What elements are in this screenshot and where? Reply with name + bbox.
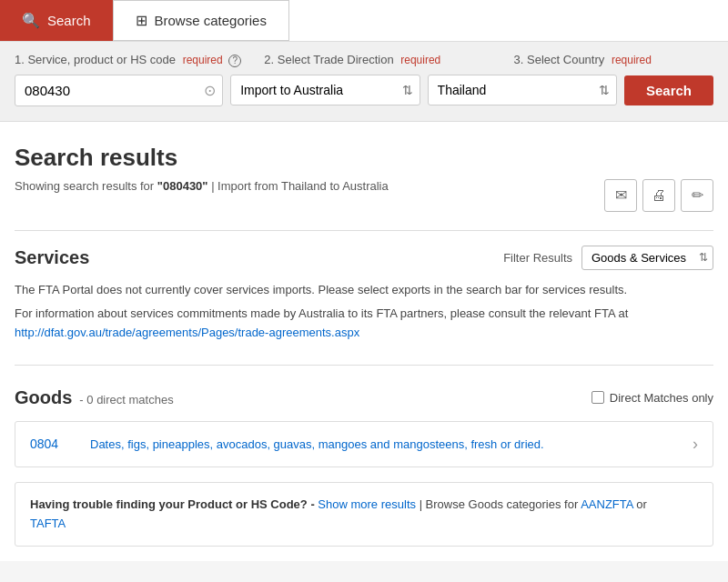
- browse-goods-text: | Browse Goods categories for: [420, 497, 579, 511]
- divider-1: [15, 230, 713, 231]
- services-link[interactable]: http://dfat.gov.au/trade/agreements/Page…: [15, 326, 359, 339]
- goods-chevron-icon: ›: [693, 435, 698, 454]
- filter-row: Filter Results Goods & Services Goods Se…: [503, 246, 713, 270]
- search-nav-label: Search: [47, 13, 91, 28]
- results-meta-rest: | Import from Thailand to Australia: [208, 179, 389, 193]
- filter-label: Filter Results: [503, 251, 572, 265]
- direct-matches-checkbox[interactable]: [592, 391, 604, 404]
- print-button[interactable]: 🖨: [642, 179, 675, 212]
- or-text: or: [636, 497, 647, 511]
- hs-code-input[interactable]: [15, 75, 223, 106]
- results-hs-code: "080430": [157, 179, 208, 193]
- goods-code: 0804: [30, 436, 76, 451]
- services-text-2-content: For information about services commitmen…: [15, 306, 628, 320]
- search-nav-button[interactable]: 🔍 Search: [0, 0, 113, 41]
- trade-direction-wrapper: Import to Australia Export from Australi…: [230, 75, 420, 105]
- country-select[interactable]: Thailand China Japan USA India: [428, 75, 617, 105]
- results-heading: Search results: [15, 144, 713, 172]
- filter-select[interactable]: Goods & Services Goods Services: [581, 246, 713, 270]
- required-tag-1: required: [183, 54, 223, 66]
- results-meta-row: Showing search results for "080430" | Im…: [15, 179, 713, 212]
- goods-row[interactable]: 0804 Dates, figs, pineapples, avocados, …: [15, 421, 713, 467]
- results-meta-text: Showing search results for: [15, 179, 157, 193]
- services-text-1: The FTA Portal does not currently cover …: [15, 281, 713, 300]
- trade-direction-label-text: 2. Select Trade Direction: [264, 53, 393, 66]
- clear-icon[interactable]: ⊙: [204, 82, 216, 99]
- search-bar-area: 1. Service, product or HS code required …: [0, 42, 728, 122]
- label-trade-direction: 2. Select Trade Direction required: [264, 53, 513, 67]
- top-nav: 🔍 Search ⊞ Browse categories: [0, 0, 728, 42]
- bottom-banner: Having trouble finding your Product or H…: [15, 482, 713, 547]
- trade-direction-select[interactable]: Import to Australia Export from Australi…: [230, 75, 420, 105]
- browse-nav-label: Browse categories: [155, 13, 267, 28]
- goods-title-row: Goods - 0 direct matches: [15, 387, 174, 408]
- goods-desc: Dates, figs, pineapples, avocados, guava…: [90, 437, 678, 451]
- search-inputs: ⊙ Import to Australia Export from Austra…: [15, 75, 713, 106]
- print-icon: 🖨: [652, 187, 666, 204]
- services-text-2: For information about services commitmen…: [15, 305, 713, 343]
- email-icon: ✉: [615, 186, 627, 204]
- required-tag-2: required: [400, 54, 440, 66]
- search-icon: 🔍: [22, 12, 40, 29]
- goods-section-header: Goods - 0 direct matches Direct Matches …: [15, 387, 713, 408]
- browse-icon: ⊞: [136, 12, 147, 29]
- aanzfta-link[interactable]: AANZFTA: [581, 497, 633, 511]
- email-button[interactable]: ✉: [604, 179, 637, 212]
- link-icon: ✏: [692, 186, 703, 204]
- services-title: Services: [15, 247, 89, 268]
- hs-code-input-wrapper: ⊙: [15, 75, 223, 106]
- hs-code-label-text: 1. Service, product or HS code: [15, 53, 176, 66]
- results-actions: ✉ 🖨 ✏: [604, 179, 713, 212]
- direct-matches-label: Direct Matches only: [610, 391, 713, 405]
- search-labels: 1. Service, product or HS code required …: [15, 53, 713, 67]
- link-button[interactable]: ✏: [681, 179, 713, 212]
- show-more-link[interactable]: Show more results: [318, 497, 416, 511]
- search-button[interactable]: Search: [624, 75, 713, 105]
- goods-count: - 0 direct matches: [79, 393, 173, 406]
- browse-nav-button[interactable]: ⊞ Browse categories: [113, 0, 289, 41]
- divider-2: [15, 365, 713, 366]
- label-hs-code: 1. Service, product or HS code required …: [15, 53, 264, 67]
- tafta-link[interactable]: TAFTA: [30, 517, 66, 530]
- label-country: 3. Select Country required: [514, 53, 713, 67]
- required-tag-3: required: [612, 54, 652, 66]
- direct-matches-row: Direct Matches only: [592, 391, 713, 405]
- goods-title: Goods: [15, 387, 72, 408]
- services-section-header: Services Filter Results Goods & Services…: [15, 246, 713, 270]
- country-select-wrapper: Thailand China Japan USA India ⇅: [428, 75, 617, 105]
- trouble-text: Having trouble finding your Product or H…: [30, 497, 315, 511]
- help-icon[interactable]: ?: [228, 55, 241, 67]
- filter-select-wrapper: Goods & Services Goods Services ⇅: [581, 246, 713, 270]
- country-label-text: 3. Select Country: [514, 53, 605, 66]
- main-content: Search results Showing search results fo…: [0, 122, 728, 562]
- results-meta: Showing search results for "080430" | Im…: [15, 179, 389, 193]
